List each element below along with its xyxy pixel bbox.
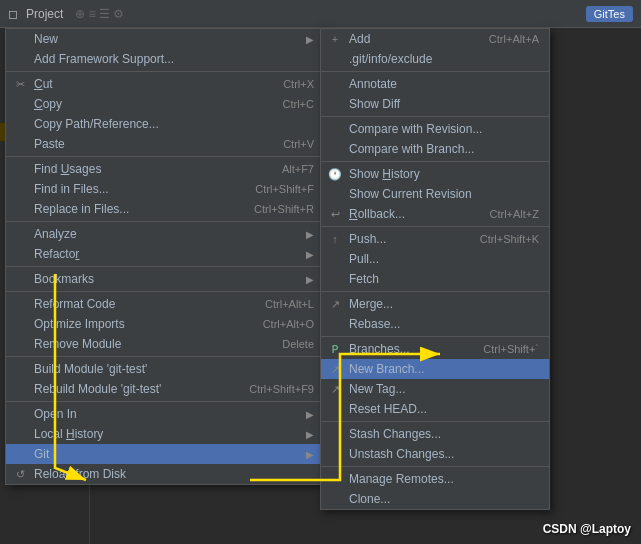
cut-icon: ✂ xyxy=(12,78,28,91)
remove-module-shortcut: Delete xyxy=(282,338,314,350)
new-tag-label: New Tag... xyxy=(349,382,539,396)
arrow-analyze: ▶ xyxy=(306,229,314,240)
new-tag-icon: ↗ xyxy=(327,383,343,396)
menu-item-refactor[interactable]: Refactor ▶ xyxy=(6,244,324,264)
git-label: GitTes xyxy=(586,6,633,22)
menu-item-git[interactable]: Git ▶ xyxy=(6,444,324,464)
push-icon: ↑ xyxy=(327,233,343,245)
toolbar-icons: ⊕ ≡ ☰ ⚙ xyxy=(75,7,124,21)
menu-label-open-in: Open In xyxy=(34,407,306,421)
menu-item-remove-module[interactable]: Remove Module Delete xyxy=(6,334,324,354)
git-menu-stash[interactable]: Stash Changes... xyxy=(321,424,549,444)
git-add-icon: + xyxy=(327,33,343,45)
git-menu-show-history[interactable]: 🕐 Show History xyxy=(321,164,549,184)
menu-item-replace-files[interactable]: Replace in Files... Ctrl+Shift+R xyxy=(6,199,324,219)
watermark: CSDN @Laptoy xyxy=(543,522,631,536)
menu-item-open-in[interactable]: Open In ▶ xyxy=(6,404,324,424)
menu-label-bookmarks: Bookmarks xyxy=(34,272,306,286)
git-menu-manage-remotes[interactable]: Manage Remotes... xyxy=(321,469,549,489)
paste-shortcut: Ctrl+V xyxy=(283,138,314,150)
copy-shortcut: Ctrl+C xyxy=(283,98,314,110)
git-add-shortcut: Ctrl+Alt+A xyxy=(489,33,539,45)
git-menu-compare-revision[interactable]: Compare with Revision... xyxy=(321,119,549,139)
show-diff-label: Show Diff xyxy=(349,97,539,111)
reformat-shortcut: Ctrl+Alt+L xyxy=(265,298,314,310)
menu-item-bookmarks[interactable]: Bookmarks ▶ xyxy=(6,269,324,289)
menu-label-find-files: Find in Files... xyxy=(34,182,235,196)
merge-label: Merge... xyxy=(349,297,539,311)
rollback-icon: ↩ xyxy=(327,208,343,221)
clone-label: Clone... xyxy=(349,492,539,506)
menu-item-build-module[interactable]: Build Module 'git-test' xyxy=(6,359,324,379)
git-menu-rollback[interactable]: ↩ Rollback... Ctrl+Alt+Z xyxy=(321,204,549,224)
menu-item-paste[interactable]: Paste Ctrl+V xyxy=(6,134,324,154)
menu-item-copy[interactable]: Copy Ctrl+C xyxy=(6,94,324,114)
menu-item-rebuild-module[interactable]: Rebuild Module 'git-test' Ctrl+Shift+F9 xyxy=(6,379,324,399)
git-menu-fetch[interactable]: Fetch xyxy=(321,269,549,289)
rollback-label: Rollback... xyxy=(349,207,489,221)
git-menu-reset-head[interactable]: Reset HEAD... xyxy=(321,399,549,419)
branches-label: Branches... xyxy=(349,342,483,356)
sep-git-1 xyxy=(321,71,549,72)
git-menu-clone[interactable]: Clone... xyxy=(321,489,549,509)
arrow-bookmarks: ▶ xyxy=(306,274,314,285)
fetch-label: Fetch xyxy=(349,272,539,286)
menu-item-find-usages[interactable]: Find Usages Alt+F7 xyxy=(6,159,324,179)
current-revision-label: Show Current Revision xyxy=(349,187,539,201)
separator-7 xyxy=(6,401,324,402)
menu-label-copy: Copy xyxy=(34,97,263,111)
separator-3 xyxy=(6,221,324,222)
git-menu-show-current-revision[interactable]: Show Current Revision xyxy=(321,184,549,204)
manage-remotes-label: Manage Remotes... xyxy=(349,472,539,486)
find-usages-shortcut: Alt+F7 xyxy=(282,163,314,175)
menu-item-copy-path[interactable]: Copy Path/Reference... xyxy=(6,114,324,134)
arrow-new: ▶ xyxy=(306,34,314,45)
git-menu-merge[interactable]: ↗ Merge... xyxy=(321,294,549,314)
git-menu-pull[interactable]: Pull... xyxy=(321,249,549,269)
new-branch-label: New Branch... xyxy=(349,362,539,376)
cut-shortcut: Ctrl+X xyxy=(283,78,314,90)
menu-item-new[interactable]: New ▶ xyxy=(6,29,324,49)
menu-label-new: New xyxy=(34,32,306,46)
separator-1 xyxy=(6,71,324,72)
git-menu-rebase[interactable]: Rebase... xyxy=(321,314,549,334)
arrow-git: ▶ xyxy=(306,449,314,460)
menu-item-find-files[interactable]: Find in Files... Ctrl+Shift+F xyxy=(6,179,324,199)
menu-item-reformat[interactable]: Reformat Code Ctrl+Alt+L xyxy=(6,294,324,314)
git-menu-new-branch[interactable]: ↗ New Branch... xyxy=(321,359,549,379)
primary-context-menu: New ▶ Add Framework Support... ✂ Cut Ctr… xyxy=(5,28,325,485)
git-menu-new-tag[interactable]: ↗ New Tag... xyxy=(321,379,549,399)
compare-branch-label: Compare with Branch... xyxy=(349,142,539,156)
sep-git-4 xyxy=(321,226,549,227)
sep-git-2 xyxy=(321,116,549,117)
menu-label-cut: Cut xyxy=(34,77,263,91)
sep-git-6 xyxy=(321,336,549,337)
menu-item-add-framework[interactable]: Add Framework Support... xyxy=(6,49,324,69)
separator-6 xyxy=(6,356,324,357)
menu-label-local-history: Local History xyxy=(34,427,306,441)
git-menu-show-diff[interactable]: Show Diff xyxy=(321,94,549,114)
git-menu-exclude[interactable]: .git/info/exclude xyxy=(321,49,549,69)
git-menu-unstash[interactable]: Unstash Changes... xyxy=(321,444,549,464)
git-menu-push[interactable]: ↑ Push... Ctrl+Shift+K xyxy=(321,229,549,249)
merge-icon: ↗ xyxy=(327,298,343,311)
arrow-refactor: ▶ xyxy=(306,249,314,260)
branches-icon: P xyxy=(327,344,343,355)
git-menu-compare-branch[interactable]: Compare with Branch... xyxy=(321,139,549,159)
menu-label-add-framework: Add Framework Support... xyxy=(34,52,314,66)
menu-item-analyze[interactable]: Analyze ▶ xyxy=(6,224,324,244)
reload-icon: ↺ xyxy=(12,468,28,481)
git-menu-branches[interactable]: P Branches... Ctrl+Shift+` xyxy=(321,339,549,359)
menu-label-reformat: Reformat Code xyxy=(34,297,245,311)
pull-label: Pull... xyxy=(349,252,539,266)
menu-item-cut[interactable]: ✂ Cut Ctrl+X xyxy=(6,74,324,94)
git-menu-add[interactable]: + Add Ctrl+Alt+A xyxy=(321,29,549,49)
menu-item-optimize-imports[interactable]: Optimize Imports Ctrl+Alt+O xyxy=(6,314,324,334)
menu-item-local-history[interactable]: Local History ▶ xyxy=(6,424,324,444)
separator-4 xyxy=(6,266,324,267)
menu-label-find-usages: Find Usages xyxy=(34,162,262,176)
menu-item-reload-disk[interactable]: ↺ Reload from Disk xyxy=(6,464,324,484)
git-menu-annotate[interactable]: Annotate xyxy=(321,74,549,94)
optimize-imports-shortcut: Ctrl+Alt+O xyxy=(263,318,314,330)
stash-label: Stash Changes... xyxy=(349,427,539,441)
